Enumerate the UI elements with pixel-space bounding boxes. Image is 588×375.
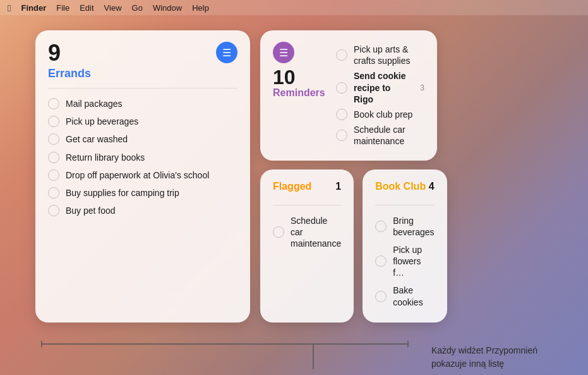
errands-divider bbox=[48, 88, 237, 89]
list-item: Pick up flowers f… bbox=[375, 241, 434, 282]
bookclub-count: 4 bbox=[429, 181, 435, 192]
task-badge: 3 bbox=[420, 83, 424, 92]
task-text: Bake cookies bbox=[393, 285, 434, 307]
task-circle[interactable] bbox=[336, 109, 347, 120]
annotation-bracket bbox=[35, 338, 427, 375]
task-circle[interactable] bbox=[336, 82, 347, 94]
task-circle[interactable] bbox=[336, 49, 347, 61]
task-text: Book club prep bbox=[354, 109, 412, 120]
flagged-divider bbox=[273, 205, 341, 206]
annotation-line2: pokazuje inną listę bbox=[431, 359, 504, 369]
reminders-count: 10 bbox=[273, 67, 336, 87]
task-text: Mail packages bbox=[66, 98, 123, 109]
list-item: Drop off paperwork at Olivia's school bbox=[48, 166, 237, 184]
errands-widget: 9 ☰ Errands Mail packages Pick up bevera… bbox=[35, 30, 250, 323]
bookclub-divider bbox=[375, 205, 434, 206]
task-circle[interactable] bbox=[48, 187, 59, 199]
menubar-edit[interactable]: Edit bbox=[80, 3, 93, 13]
errands-list-button[interactable]: ☰ bbox=[216, 42, 237, 63]
reminders-title: Reminders bbox=[273, 87, 336, 99]
task-text: Schedule car maintenance bbox=[354, 124, 424, 147]
menubar-go[interactable]: Go bbox=[132, 3, 143, 13]
list-item: Schedule car maintenance bbox=[273, 212, 341, 253]
bookclub-widget: Book Club 4 Bring beverages Pick up flow… bbox=[363, 169, 447, 323]
task-circle[interactable] bbox=[375, 255, 387, 267]
flagged-widget: Flagged 1 Schedule car maintenance bbox=[260, 169, 354, 323]
task-circle[interactable] bbox=[375, 291, 387, 302]
right-column: ☰ 10 Reminders Pick up arts & crafts sup… bbox=[260, 30, 437, 323]
list-item: Pick up arts & crafts supplies bbox=[336, 42, 424, 68]
menubar-view[interactable]: View bbox=[104, 3, 122, 13]
annotation-line-container: Każdy widżet Przypomnień pokazuje inną l… bbox=[35, 338, 588, 375]
list-item: Mail packages bbox=[48, 95, 237, 113]
reminders-right: Pick up arts & crafts supplies Send cook… bbox=[336, 42, 424, 149]
task-circle[interactable] bbox=[336, 130, 347, 141]
task-text: Return library books bbox=[66, 152, 145, 163]
reminders-layout: ☰ 10 Reminders Pick up arts & crafts sup… bbox=[273, 42, 424, 149]
list-item: Buy supplies for camping trip bbox=[48, 184, 237, 202]
list-item: Return library books bbox=[48, 149, 237, 166]
menubar-help[interactable]: Help bbox=[192, 3, 209, 13]
list-item: Get car washed bbox=[48, 130, 237, 148]
task-text: Drop off paperwork at Olivia's school bbox=[66, 169, 209, 181]
reminders-icon[interactable]: ☰ bbox=[273, 42, 294, 63]
task-text: Schedule car maintenance bbox=[291, 215, 341, 250]
errands-count: 9 bbox=[48, 42, 61, 65]
task-circle[interactable] bbox=[48, 169, 59, 181]
reminders-widget: ☰ 10 Reminders Pick up arts & crafts sup… bbox=[260, 30, 437, 161]
task-circle[interactable] bbox=[48, 205, 59, 216]
list-item: Buy pet food bbox=[48, 202, 237, 219]
apple-menu[interactable]:  bbox=[8, 3, 11, 13]
list-icon: ☰ bbox=[222, 47, 231, 59]
task-text: Buy supplies for camping trip bbox=[66, 187, 179, 199]
list-item: Schedule car maintenance bbox=[336, 122, 424, 149]
bottom-row: Flagged 1 Schedule car maintenance Book … bbox=[260, 169, 437, 323]
flagged-title: Flagged bbox=[273, 181, 311, 192]
menubar-window[interactable]: Window bbox=[153, 3, 182, 13]
errands-header: 9 ☰ bbox=[48, 42, 237, 65]
task-circle[interactable] bbox=[48, 98, 59, 109]
task-text: Bring beverages bbox=[393, 215, 434, 238]
annotation-area: Każdy widżet Przypomnień pokazuje inną l… bbox=[0, 338, 588, 375]
task-circle[interactable] bbox=[273, 226, 284, 238]
flagged-header: Flagged 1 bbox=[273, 181, 341, 200]
widgets-area: 9 ☰ Errands Mail packages Pick up bevera… bbox=[0, 15, 588, 335]
annotation-line1: Każdy widżet Przypomnień bbox=[431, 345, 537, 355]
reminders-left: ☰ 10 Reminders bbox=[273, 42, 336, 149]
list-item: Pick up beverages bbox=[48, 113, 237, 130]
task-text: Pick up flowers f… bbox=[393, 244, 434, 279]
list-item: Bake cookies bbox=[375, 281, 434, 310]
task-text: Send cookie recipe to Rigo bbox=[354, 70, 411, 105]
list-item: Book club prep bbox=[336, 107, 424, 122]
menubar-finder[interactable]: Finder bbox=[21, 3, 46, 13]
task-circle[interactable] bbox=[48, 152, 59, 163]
task-text: Get car washed bbox=[66, 133, 128, 145]
annotation-text: Każdy widżet Przypomnień pokazuje inną l… bbox=[431, 344, 537, 371]
reminders-list-icon: ☰ bbox=[279, 47, 288, 59]
bookclub-title: Book Club bbox=[375, 181, 426, 192]
list-item: Send cookie recipe to Rigo 3 bbox=[336, 68, 424, 107]
task-circle[interactable] bbox=[48, 116, 59, 127]
task-text: Buy pet food bbox=[66, 205, 116, 216]
task-circle[interactable] bbox=[375, 221, 387, 232]
menubar:  Finder File Edit View Go Window Help bbox=[0, 0, 588, 15]
list-item: Bring beverages bbox=[375, 212, 434, 241]
errands-title: Errands bbox=[48, 67, 237, 80]
task-circle[interactable] bbox=[48, 133, 59, 145]
desktop: 9 ☰ Errands Mail packages Pick up bevera… bbox=[0, 15, 588, 375]
task-text: Pick up arts & crafts supplies bbox=[354, 44, 424, 66]
task-text: Pick up beverages bbox=[66, 116, 138, 127]
menubar-file[interactable]: File bbox=[56, 3, 69, 13]
flagged-count: 1 bbox=[335, 181, 341, 192]
bookclub-header: Book Club 4 bbox=[375, 181, 434, 200]
